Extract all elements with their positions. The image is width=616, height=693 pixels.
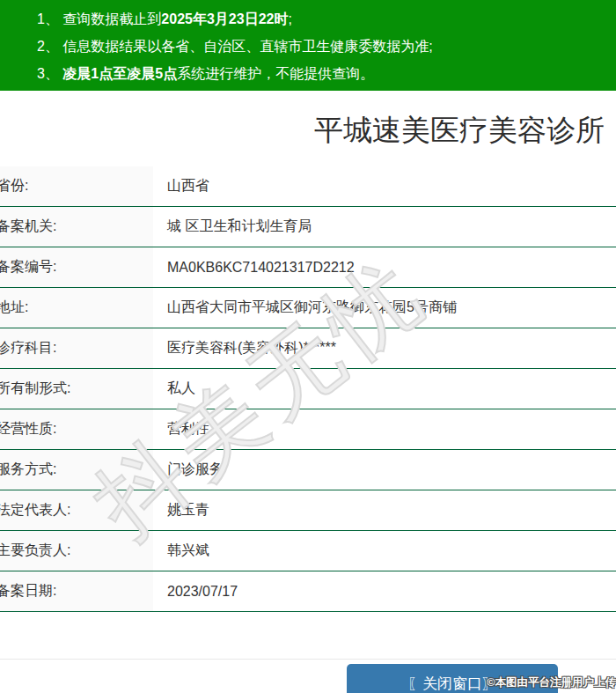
footer-divider bbox=[0, 659, 616, 660]
table-row: 备案机关: 城 区卫生和计划生育局 bbox=[0, 207, 616, 247]
notice-text-post: 系统进行维护，不能提供查询。 bbox=[177, 66, 374, 81]
table-row: 地址: 山西省大同市平城区御河东路御东花园5号商铺 bbox=[0, 288, 616, 328]
row-label: 省份: bbox=[0, 166, 153, 206]
row-label: 主要负责人: bbox=[0, 531, 153, 571]
row-label: 备案编号: bbox=[0, 247, 153, 287]
row-label: 备案日期: bbox=[0, 571, 153, 611]
table-row: 备案编号: MA0KB6KC714021317D2212 bbox=[0, 247, 616, 288]
row-value: 山西省 bbox=[153, 166, 616, 206]
row-value: 韩兴斌 bbox=[153, 531, 616, 571]
table-row: 主要负责人: 韩兴斌 bbox=[0, 531, 616, 571]
row-value: MA0KB6KC714021317D2212 bbox=[153, 247, 616, 287]
notice-item: 2、 信息数据结果以各省、自治区、直辖市卫生健康委数据为准; bbox=[37, 33, 607, 60]
notice-text-bold: 2025年3月23日22时 bbox=[161, 11, 288, 26]
row-label: 备案机关: bbox=[0, 207, 153, 247]
table-row: 所有制形式: 私人 bbox=[0, 369, 616, 409]
page-title: 平城速美医疗美容诊所 bbox=[0, 111, 616, 150]
row-value: 门诊服务 bbox=[153, 450, 616, 490]
close-window-button[interactable]: 〖关闭窗口〗 bbox=[347, 664, 558, 693]
table-row: 经营性质: 营利性 bbox=[0, 409, 616, 450]
row-label: 诊疗科目: bbox=[0, 328, 153, 368]
notice-text-pre: 3、 bbox=[37, 66, 62, 81]
row-label: 服务方式: bbox=[0, 450, 153, 490]
row-value: 医疗美容科(美容外科)****** bbox=[153, 328, 616, 368]
notice-item: 3、 凌晨1点至凌晨5点系统进行维护，不能提供查询。 bbox=[37, 60, 607, 87]
table-row: 诊疗科目: 医疗美容科(美容外科)****** bbox=[0, 328, 616, 369]
record-table: 省份: 山西省 备案机关: 城 区卫生和计划生育局 备案编号: MA0KB6KC… bbox=[0, 166, 616, 612]
row-value: 姚玉青 bbox=[153, 490, 616, 530]
row-label: 地址: bbox=[0, 288, 153, 328]
table-row: 法定代表人: 姚玉青 bbox=[0, 490, 616, 531]
row-value: 城 区卫生和计划生育局 bbox=[153, 207, 616, 247]
row-value: 2023/07/17 bbox=[153, 571, 616, 611]
row-label: 经营性质: bbox=[0, 409, 153, 449]
table-row: 省份: 山西省 bbox=[0, 166, 616, 207]
notice-banner: 1、 查询数据截止到2025年3月23日22时;2、 信息数据结果以各省、自治区… bbox=[0, 0, 616, 91]
row-value: 营利性 bbox=[153, 409, 616, 449]
query-result-page: 平城速美医疗美容诊所 省份: 山西省 备案机关: 城 区卫生和计划生育局 备案编… bbox=[0, 91, 616, 612]
row-label: 所有制形式: bbox=[0, 369, 153, 409]
notice-item: 1、 查询数据截止到2025年3月23日22时; bbox=[37, 5, 607, 33]
row-value: 私人 bbox=[153, 369, 616, 409]
notice-text-bold: 凌晨1点至凌晨5点 bbox=[62, 66, 177, 81]
table-row: 备案日期: 2023/07/17 bbox=[0, 571, 616, 612]
notice-text-pre: 2、 信息数据结果以各省、自治区、直辖市卫生健康委数据为准; bbox=[37, 39, 433, 54]
notice-text-pre: 1、 查询数据截止到 bbox=[37, 11, 161, 26]
table-row: 服务方式: 门诊服务 bbox=[0, 450, 616, 490]
row-value: 山西省大同市平城区御河东路御东花园5号商铺 bbox=[153, 288, 616, 328]
notice-text-post: ; bbox=[288, 11, 291, 26]
row-label: 法定代表人: bbox=[0, 490, 153, 530]
